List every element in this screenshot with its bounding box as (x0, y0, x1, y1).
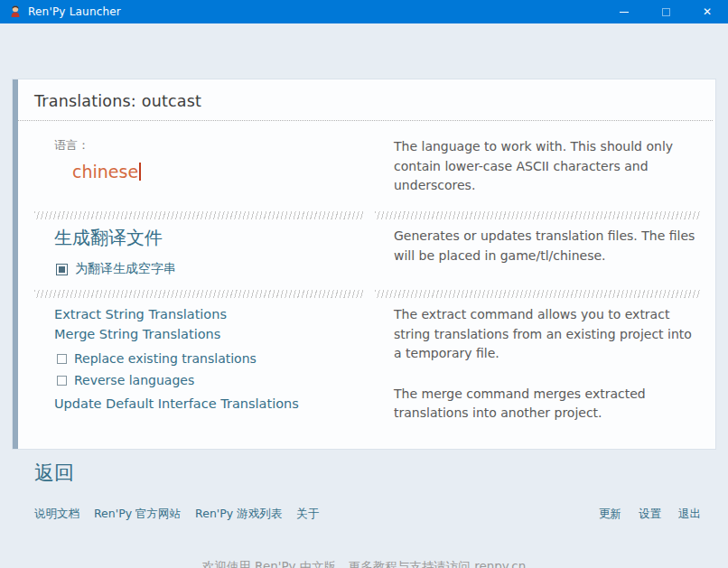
close-button[interactable]: ✕ (686, 0, 728, 23)
hatch-divider (34, 290, 364, 298)
checkbox-label: Reverse languages (74, 373, 194, 387)
back-button[interactable]: 返回 (34, 460, 74, 487)
help-text-language: The language to work with. This should o… (394, 134, 700, 196)
preferences-link[interactable]: 设置 (639, 507, 661, 522)
maximize-icon (662, 8, 670, 16)
titlebar: Ren'Py Launcher ✕ (0, 0, 728, 23)
title-divider (18, 120, 713, 121)
generate-translations-button[interactable]: 生成翻译文件 (54, 226, 163, 250)
maximize-button[interactable] (645, 0, 686, 23)
update-default-interface-translations-button[interactable]: Update Default Interface Translations (54, 395, 299, 414)
generate-empty-strings-checkbox[interactable]: 为翻译生成空字串 (56, 261, 176, 277)
language-label: 语言： (54, 137, 364, 154)
page-title: Translations: outcast (34, 92, 715, 110)
minimize-button[interactable] (603, 0, 645, 23)
ticker-text: 欢迎使用 Ren'Py 中文版，更多教程与支持请访问 renpy.cn (0, 558, 728, 568)
update-link[interactable]: 更新 (599, 507, 621, 522)
reverse-languages-checkbox[interactable]: Reverse languages (56, 373, 194, 387)
language-value: chinese (72, 162, 138, 182)
window-title: Ren'Py Launcher (28, 5, 121, 18)
replace-existing-translations-checkbox[interactable]: Replace existing translations (56, 351, 257, 366)
checkbox-unchecked-icon (57, 376, 67, 386)
renpy-games-list-link[interactable]: Ren'Py 游戏列表 (195, 507, 282, 522)
minimize-icon (620, 12, 629, 13)
hatch-divider (34, 211, 364, 219)
about-link[interactable]: 关于 (296, 507, 319, 522)
merge-string-translations-button[interactable]: Merge String Translations (54, 325, 220, 345)
help-text-merge: The merge command merges extracted trans… (394, 385, 700, 424)
renpy-website-link[interactable]: Ren'Py 官方网站 (94, 507, 181, 522)
close-icon: ✕ (703, 6, 712, 17)
language-input[interactable]: chinese (72, 162, 141, 182)
checkbox-unchecked-icon (57, 354, 67, 364)
hatch-divider (375, 211, 700, 219)
checkbox-label: 为翻译生成空字串 (75, 261, 176, 277)
checkbox-label: Replace existing translations (74, 351, 257, 366)
app-icon (8, 5, 23, 19)
window-controls: ✕ (603, 0, 728, 23)
help-text-extract: The extract command allows you to extrac… (394, 300, 700, 364)
extract-string-translations-button[interactable]: Extract String Translations (54, 305, 227, 325)
content-panel: Translations: outcast 语言： chinese The la… (13, 79, 715, 449)
translations-form: 语言： chinese The language to work with. T… (18, 134, 715, 424)
text-cursor-icon (139, 163, 141, 181)
help-text-generate: Generates or updates translation files. … (394, 221, 700, 265)
quit-link[interactable]: 退出 (678, 507, 701, 522)
hatch-divider (375, 290, 700, 298)
checkbox-checked-icon (56, 264, 68, 275)
footer-nav: 说明文档 Ren'Py 官方网站 Ren'Py 游戏列表 关于 更新 设置 退出 (34, 507, 701, 522)
documentation-link[interactable]: 说明文档 (34, 507, 79, 522)
